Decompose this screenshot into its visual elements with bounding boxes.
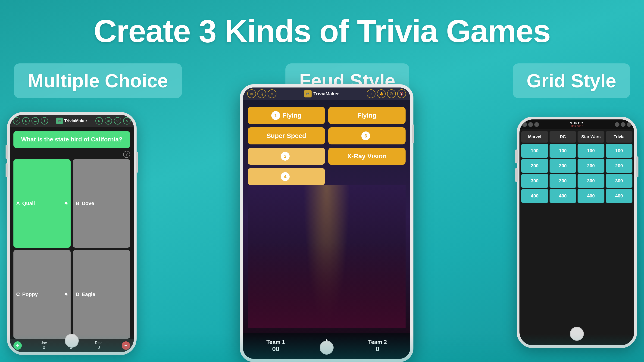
mc-left-icons: ↺ ▶ ☁ ℹ bbox=[13, 117, 48, 124]
grid-icon-3[interactable] bbox=[534, 122, 539, 127]
mc-question: What is the state bird of California? bbox=[14, 131, 130, 148]
mc-answer-c-text: Poppy bbox=[22, 292, 38, 298]
feud-logo: 🎮 TriviaMaker bbox=[304, 90, 339, 98]
grid-icon-2[interactable] bbox=[528, 122, 533, 127]
grid-icon-1[interactable] bbox=[522, 122, 527, 127]
grid-cell-0-1[interactable]: 100 bbox=[550, 144, 576, 158]
grid-cell-0-2[interactable]: 100 bbox=[578, 144, 604, 158]
feud-answer-5[interactable]: 3 bbox=[248, 148, 325, 165]
grid-col-trivia: Trivia bbox=[606, 131, 633, 142]
grid-col-marvel: Marvel bbox=[521, 131, 548, 142]
grid-cell-3-2[interactable]: 400 bbox=[578, 189, 604, 203]
grid-icon-4[interactable] bbox=[615, 122, 620, 127]
feud-stage bbox=[248, 185, 406, 328]
feud-emoji-icon[interactable]: ☹ bbox=[387, 89, 396, 98]
grid-logo-text: SUPER bbox=[570, 121, 584, 125]
mc-answers-grid: A Quail ✸ B Dove C Poppy ✸ D Eagle bbox=[10, 159, 134, 338]
phone-volume-down bbox=[6, 164, 8, 177]
grid-cell-1-1[interactable]: 200 bbox=[550, 159, 576, 173]
feud-answer-3[interactable]: Super Speed bbox=[248, 127, 325, 144]
grid-topbar: SUPER HEROES bbox=[520, 120, 634, 130]
mc-icon-2[interactable]: ▶ bbox=[22, 117, 30, 124]
mc-help-btn[interactable]: ? bbox=[123, 151, 130, 158]
feud-answer-2[interactable]: Flying bbox=[328, 107, 406, 124]
grid-cell-2-0[interactable]: 300 bbox=[521, 174, 548, 188]
grid-logo-area: SUPER HEROES bbox=[570, 121, 584, 128]
mc-answer-a-mark: ✸ bbox=[64, 201, 68, 206]
mc-right-icons: ▶ ⏭ ♡ ✕ bbox=[95, 117, 130, 124]
grid-row-100: 100 100 100 100 bbox=[521, 144, 632, 158]
mc-answer-d-letter: D bbox=[76, 292, 80, 298]
grid-cell-2-2[interactable]: 300 bbox=[578, 174, 604, 188]
grid-cell-3-0[interactable]: 400 bbox=[521, 189, 548, 203]
grid-logo-sub: HEROES bbox=[570, 125, 584, 128]
mc-answer-a-letter: A bbox=[16, 200, 20, 206]
feud-thumbsup-icon[interactable]: 👍 bbox=[377, 89, 386, 98]
feud-music-icon[interactable]: ♪ bbox=[367, 89, 376, 98]
grid-cell-3-1[interactable]: 400 bbox=[550, 189, 576, 203]
mc-icon-1[interactable]: ↺ bbox=[13, 117, 20, 124]
feud-logo-box: 🎮 bbox=[304, 90, 312, 98]
feud-answers-grid: 1 Flying Flying Super Speed 6 3 bbox=[248, 107, 406, 185]
feud-num-6: 6 bbox=[361, 132, 370, 140]
grid-cell-1-0[interactable]: 200 bbox=[521, 159, 548, 173]
grid-cell-0-3[interactable]: 100 bbox=[606, 144, 633, 158]
tablet-side-btn bbox=[412, 124, 414, 143]
phone-multiple-choice: ↺ ▶ ☁ ℹ 🎮 TriviaMaker ▶ ⏭ ♡ ✕ What is th… bbox=[7, 112, 136, 355]
feud-grid-icon[interactable]: ⊞ bbox=[247, 89, 256, 98]
grid-cell-1-2[interactable]: 200 bbox=[578, 159, 604, 173]
mc-logo: 🎮 TriviaMaker bbox=[56, 118, 87, 124]
phone-right-vol-down bbox=[515, 168, 518, 182]
grid-icon-5[interactable] bbox=[621, 122, 626, 127]
mc-answer-a[interactable]: A Quail ✸ bbox=[14, 159, 70, 248]
feud-answer-1[interactable]: 1 Flying bbox=[248, 107, 325, 124]
grid-cell-2-3[interactable]: 300 bbox=[606, 174, 633, 188]
mc-answer-c[interactable]: C Poppy ✸ bbox=[14, 250, 70, 338]
feud-right-icons: ♪ 👍 ☹ 🔇 bbox=[367, 89, 406, 98]
phone-power-btn bbox=[136, 152, 138, 173]
feud-num-3: 3 bbox=[281, 152, 290, 161]
mc-answer-d-text: Eagle bbox=[82, 292, 95, 298]
page-title: Create 3 Kinds of Trivia Games bbox=[0, 0, 644, 50]
stage-curtain bbox=[248, 242, 406, 328]
feud-text-6: X-Ray Vision bbox=[347, 152, 387, 160]
mc-icon-8[interactable]: ✕ bbox=[123, 117, 130, 124]
mc-icon-6[interactable]: ⏭ bbox=[105, 117, 112, 124]
grid-screen: SUPER HEROES Marvel DC Star Wars Trivia bbox=[520, 120, 634, 345]
grid-cell-0-0[interactable]: 100 bbox=[521, 144, 548, 158]
feud-a-icon[interactable]: A bbox=[268, 89, 276, 98]
feud-text-1: Flying bbox=[282, 112, 302, 119]
feud-num-4: 4 bbox=[281, 172, 290, 181]
grid-icon-6[interactable] bbox=[627, 122, 632, 127]
phone-right-vol-up bbox=[515, 150, 518, 164]
grid-cell-1-3[interactable]: 200 bbox=[606, 159, 633, 173]
mc-icon-4[interactable]: ℹ bbox=[41, 117, 48, 124]
reflection bbox=[0, 334, 644, 362]
mc-answer-b[interactable]: B Dove bbox=[73, 159, 130, 248]
mc-help-area: ? bbox=[10, 151, 134, 159]
grid-col-dc: DC bbox=[550, 131, 576, 142]
phone-grid: SUPER HEROES Marvel DC Star Wars Trivia bbox=[517, 117, 637, 348]
feud-app-name: TriviaMaker bbox=[314, 91, 339, 96]
mc-icon-3[interactable]: ☁ bbox=[32, 117, 39, 124]
grid-cell-3-3[interactable]: 400 bbox=[606, 189, 633, 203]
feud-text-3: Super Speed bbox=[266, 132, 306, 140]
feud-left-icons: ⊞ Q A bbox=[247, 89, 276, 98]
mc-answer-a-text: Quail bbox=[22, 200, 35, 206]
feud-answer-6[interactable]: X-Ray Vision bbox=[328, 148, 406, 165]
feud-q-icon[interactable]: Q bbox=[258, 89, 266, 98]
mc-answer-b-text: Dove bbox=[82, 200, 94, 206]
feud-mute-icon[interactable]: 🔇 bbox=[397, 89, 406, 98]
feud-text-2: Flying bbox=[358, 112, 376, 119]
grid-header-row: Marvel DC Star Wars Trivia bbox=[521, 131, 632, 142]
feud-answer-7[interactable]: 4 bbox=[248, 168, 325, 185]
mc-icon-7[interactable]: ♡ bbox=[114, 117, 121, 124]
mc-icon-5[interactable]: ▶ bbox=[95, 117, 103, 124]
feud-topbar: ⊞ Q A 🎮 TriviaMaker ♪ 👍 ☹ 🔇 bbox=[243, 88, 410, 100]
grid-col-starwars: Star Wars bbox=[578, 131, 604, 142]
mc-answer-d[interactable]: D Eagle bbox=[73, 250, 130, 338]
grid-cell-2-1[interactable]: 300 bbox=[550, 174, 576, 188]
mc-answer-b-letter: B bbox=[76, 200, 80, 206]
mc-screen: ↺ ▶ ☁ ℹ 🎮 TriviaMaker ▶ ⏭ ♡ ✕ What is th… bbox=[10, 115, 134, 352]
feud-answer-4[interactable]: 6 bbox=[328, 127, 406, 144]
